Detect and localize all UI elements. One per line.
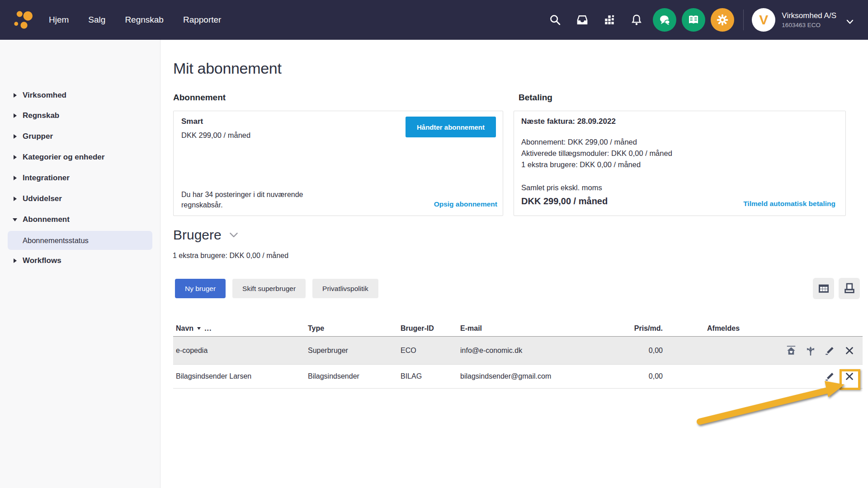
- table-row-bilagsindsender-larsen: Bilagsindsender Larsen Bilagsindsender B…: [173, 365, 863, 389]
- sidebar-item-integrationer[interactable]: Integrationer: [0, 169, 160, 187]
- visma-v-logo-icon: V: [759, 13, 768, 27]
- total-label: Samlet pris ekskl. moms: [521, 183, 602, 192]
- top-navbar: Hjem Salg Regnskab Rapporter: [0, 0, 868, 40]
- company-name: Virksomhed A/S: [782, 11, 836, 20]
- sidebar-item-virksomhed[interactable]: Virksomhed: [0, 87, 160, 104]
- sidebar-item-workflows[interactable]: Workflows: [0, 252, 160, 269]
- manage-subscription-button[interactable]: Håndter abonnement: [406, 117, 496, 137]
- privacy-policy-button[interactable]: Privatlivspolitik: [312, 279, 378, 298]
- home-company-icon[interactable]: [785, 345, 797, 357]
- table-tools: [813, 278, 860, 299]
- nav-item-salg[interactable]: Salg: [88, 15, 105, 25]
- column-header-navn[interactable]: Navn ...: [173, 324, 305, 333]
- cell-user-id: BILAG: [398, 372, 458, 380]
- plan-name: Smart: [181, 117, 203, 126]
- search-icon[interactable]: [548, 13, 562, 27]
- chevron-right-icon: [14, 176, 17, 180]
- company-number: 1603463 ECO: [782, 22, 836, 28]
- access-rights-icon[interactable]: [805, 345, 816, 357]
- chevron-down-icon[interactable]: [844, 16, 855, 29]
- academy-book-icon[interactable]: [682, 8, 705, 32]
- sidebar-item-abonnement[interactable]: Abonnement: [0, 211, 160, 228]
- table-row-e-copedia: e-copedia Superbruger ECO info@e-conomic…: [173, 337, 863, 365]
- cell-name: e-copedia: [173, 347, 305, 355]
- extra-users-note: 1 ekstra brugere: DKK 0,00 / måned: [173, 252, 288, 260]
- cell-type: Superbruger: [305, 347, 398, 355]
- nav-item-regnskab[interactable]: Regnskab: [125, 15, 164, 25]
- subscription-section-label: Abonnement: [173, 93, 226, 103]
- collapse-chevron-icon[interactable]: [228, 229, 240, 244]
- chevron-right-icon: [14, 113, 17, 118]
- column-header-type: Type: [305, 324, 398, 333]
- new-user-button[interactable]: Ny bruger: [175, 279, 226, 298]
- payment-card: Næste faktura: 28.09.2022 Abonnement: DK…: [514, 111, 846, 216]
- settings-sidebar: Virksomhed Regnskab Grupper Kategorier o…: [0, 40, 160, 488]
- edit-icon[interactable]: [824, 371, 836, 382]
- nav-item-hjem[interactable]: Hjem: [49, 15, 69, 25]
- page-title: Mit abonnement: [173, 60, 282, 77]
- column-header-afmeldes: Afmeldes: [664, 324, 781, 333]
- column-header-bruger-id: Bruger-ID: [398, 324, 458, 333]
- cell-name: Bilagsindsender Larsen: [173, 372, 305, 380]
- postings-note: Du har 34 posteringer i dit nuværende re…: [181, 189, 303, 210]
- chevron-right-icon: [14, 155, 17, 160]
- cell-email: bilagsindsender@gmail.com: [458, 372, 631, 380]
- sidebar-item-regnskab[interactable]: Regnskab: [0, 107, 160, 124]
- cell-price: 0,00: [631, 372, 664, 380]
- row-actions: [781, 345, 863, 357]
- edit-icon[interactable]: [824, 345, 836, 357]
- payment-line: 1 ekstra brugere: DKK 0,00 / måned: [521, 159, 672, 170]
- chevron-down-icon: [13, 218, 17, 221]
- notifications-bell-icon[interactable]: [630, 13, 643, 27]
- users-actions: Ny bruger Skift superbruger Privatlivspo…: [175, 279, 378, 298]
- inbox-icon[interactable]: [576, 13, 589, 27]
- plan-price: DKK 299,00 / måned: [181, 131, 250, 140]
- sidebar-item-udvidelser[interactable]: Udvidelser: [0, 190, 160, 207]
- payment-breakdown: Abonnement: DKK 299,00 / måned Aktivered…: [521, 136, 672, 170]
- table-header: Navn ... Type Bruger-ID E-mail Pris/md. …: [173, 321, 863, 337]
- sidebar-item-grupper[interactable]: Grupper: [0, 128, 160, 145]
- company-switcher[interactable]: Virksomhed A/S 1603463 ECO: [782, 11, 836, 28]
- remove-user-icon[interactable]: [844, 345, 855, 357]
- sidebar-item-kategorier-og-enheder[interactable]: Kategorier og enheder: [0, 149, 160, 166]
- cell-price: 0,00: [631, 347, 664, 355]
- users-heading: Brugere: [173, 226, 240, 244]
- table-icon: [817, 282, 830, 296]
- chevron-right-icon: [14, 93, 17, 98]
- table-view-button[interactable]: [813, 278, 834, 299]
- total-value: DKK 299,00 / måned: [521, 196, 608, 206]
- column-options-ellipsis[interactable]: ...: [204, 324, 212, 333]
- navbar-right: V Virksomhed A/S 1603463 ECO: [542, 0, 868, 40]
- chat-support-icon[interactable]: [653, 8, 676, 32]
- subscription-card: Smart DKK 299,00 / måned Håndter abonnem…: [173, 111, 503, 216]
- nav-item-rapporter[interactable]: Rapporter: [183, 15, 222, 25]
- change-superuser-button[interactable]: Skift superbruger: [232, 279, 306, 298]
- auto-payment-link[interactable]: Tilmeld automatisk betaling: [743, 200, 835, 208]
- e-conomic-logo-icon[interactable]: [12, 8, 35, 32]
- cell-user-id: ECO: [398, 347, 458, 355]
- cancel-subscription-link[interactable]: Opsig abonnement: [434, 200, 497, 208]
- sort-desc-icon: [197, 327, 201, 330]
- column-header-email: E-mail: [458, 324, 631, 333]
- print-icon: [843, 282, 856, 296]
- payment-line: Aktiverede tillægsmoduler: DKK 0,00 / må…: [521, 148, 672, 159]
- settings-gear-icon[interactable]: [711, 8, 734, 32]
- payment-line: Abonnement: DKK 299,00 / måned: [521, 136, 672, 148]
- company-avatar[interactable]: V: [752, 8, 775, 32]
- users-table: Navn ... Type Bruger-ID E-mail Pris/md. …: [173, 321, 863, 389]
- cell-email: info@e-conomic.dk: [458, 347, 631, 355]
- cell-type: Bilagsindsender: [305, 372, 398, 380]
- sidebar-item-abonnementsstatus-active[interactable]: Abonnementsstatus: [8, 231, 152, 250]
- column-header-pris: Pris/md.: [631, 324, 664, 333]
- next-invoice: Næste faktura: 28.09.2022: [521, 117, 616, 126]
- payment-section-label: Betaling: [519, 93, 552, 103]
- app-screen: Hjem Salg Regnskab Rapporter: [0, 0, 868, 488]
- navbar-divider: [743, 9, 744, 30]
- apps-grid-icon[interactable]: [603, 13, 616, 27]
- print-button[interactable]: [839, 278, 860, 299]
- chevron-right-icon: [14, 258, 17, 263]
- main-menu: Hjem Salg Regnskab Rapporter: [49, 15, 221, 25]
- chevron-right-icon: [14, 134, 17, 139]
- remove-user-icon[interactable]: [844, 371, 855, 382]
- row-actions: [781, 371, 863, 382]
